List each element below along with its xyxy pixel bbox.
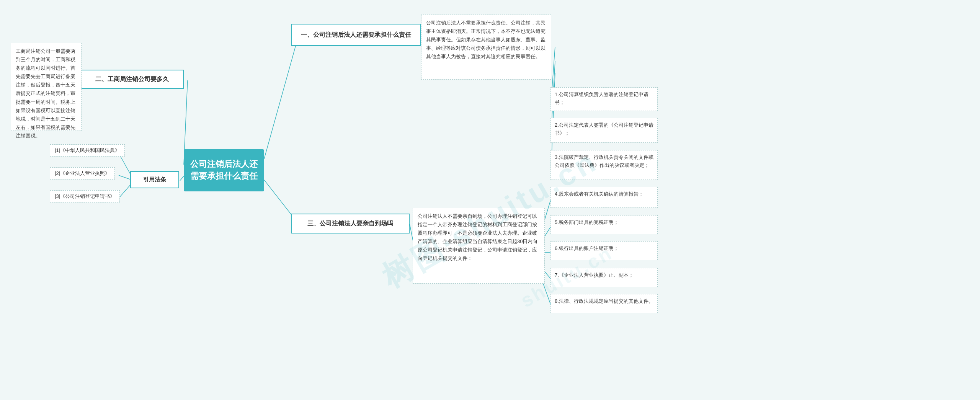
- sub-item-6: 6.银行出具的账户注销证明；: [550, 241, 658, 260]
- branch-node-1: 一、公司注销后法人还需要承担什么责任: [291, 24, 421, 46]
- sub-item-1: 1.公司清算组织负责人签署的注销登记申请书；: [550, 87, 658, 111]
- sub-item-7: 7.《企业法人营业执照》正、副本；: [550, 268, 658, 287]
- svg-line-0: [264, 35, 299, 159]
- law-ref-2: [2]《企业法人营业执照》: [50, 167, 115, 180]
- content-box-2: 工商局注销公司一般需要两到三个月的时间，工商和税务的流程可以同时进行。首先需要先…: [11, 43, 82, 131]
- sub-item-8: 8.法律、行政法规规定应当提交的其他文件。: [550, 294, 658, 313]
- branch-node-2: 二、工商局注销公司要多久: [80, 70, 184, 89]
- mind-map: 树图·shuitu.cn shuitu.cn 公司注销后法人还需要: [0, 0, 980, 400]
- content-box-3: 公司注销法人不需要亲自到场，公司办理注销登记可以指定一个人带齐办理注销登记的材料…: [413, 208, 545, 284]
- sub-item-5: 5.税务部门出具的完税证明；: [550, 215, 658, 234]
- content-box-1: 公司注销后法人不需要承担什么责任。公司注销，其民事主体资格即消灭。正常情况下，本…: [421, 15, 551, 80]
- law-ref-1: [1]《中华人民共和国民法典》: [50, 144, 125, 157]
- sub-item-4: 4.股东会或者有关机关确认的清算报告；: [550, 187, 658, 208]
- sub-item-3: 3.法院破产裁定、行政机关责令关闭的文件或公司依照《民法典》作出的决议或者决定；: [550, 150, 658, 180]
- svg-line-2: [180, 176, 184, 181]
- branch-node-4: 三、公司注销法人要亲自到场吗: [291, 214, 410, 233]
- branch-node-3: 引用法条: [130, 171, 179, 188]
- sub-item-2: 2.公司法定代表人签署的《公司注销登记申请书》；: [550, 118, 658, 143]
- central-node: 公司注销后法人还需要承担什么责任: [184, 149, 264, 191]
- law-ref-3: [3]《公司注销登记申请书》: [50, 190, 120, 202]
